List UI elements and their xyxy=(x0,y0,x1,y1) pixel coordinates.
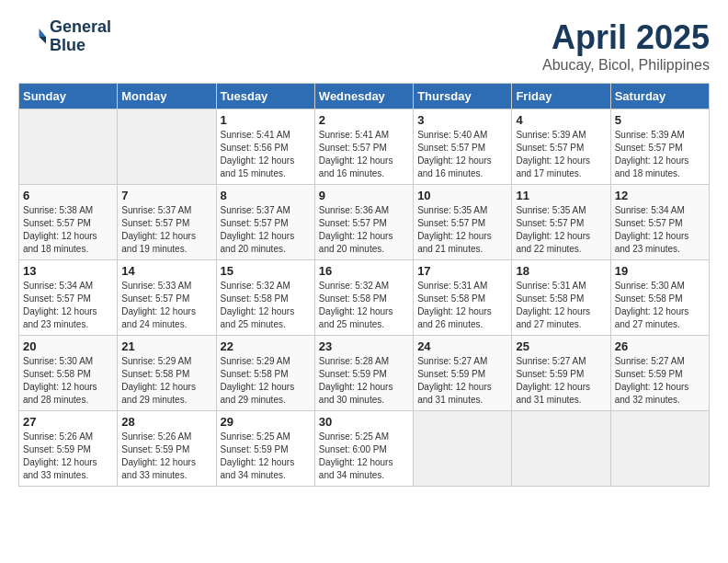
day-number: 22 xyxy=(221,339,311,353)
day-info: Sunrise: 5:35 AM Sunset: 5:57 PM Dayligh… xyxy=(516,204,606,256)
calendar-cell: 27Sunrise: 5:26 AM Sunset: 5:59 PM Dayli… xyxy=(19,411,118,487)
day-number: 12 xyxy=(615,189,705,202)
day-number: 20 xyxy=(23,339,113,353)
calendar-cell xyxy=(414,411,512,487)
calendar-cell: 20Sunrise: 5:30 AM Sunset: 5:58 PM Dayli… xyxy=(19,336,118,411)
calendar-title: April 2025 xyxy=(542,18,710,57)
day-info: Sunrise: 5:39 AM Sunset: 5:57 PM Dayligh… xyxy=(615,129,705,180)
day-info: Sunrise: 5:38 AM Sunset: 5:57 PM Dayligh… xyxy=(23,204,113,256)
calendar-cell: 10Sunrise: 5:35 AM Sunset: 5:57 PM Dayli… xyxy=(414,185,512,260)
calendar-cell: 8Sunrise: 5:37 AM Sunset: 5:57 PM Daylig… xyxy=(216,185,314,260)
calendar-cell: 15Sunrise: 5:32 AM Sunset: 5:58 PM Dayli… xyxy=(216,260,314,336)
day-info: Sunrise: 5:36 AM Sunset: 5:57 PM Dayligh… xyxy=(319,204,409,256)
day-info: Sunrise: 5:41 AM Sunset: 5:56 PM Dayligh… xyxy=(221,129,311,180)
calendar-cell: 3Sunrise: 5:40 AM Sunset: 5:57 PM Daylig… xyxy=(414,109,512,185)
day-number: 27 xyxy=(23,415,113,429)
day-info: Sunrise: 5:32 AM Sunset: 5:58 PM Dayligh… xyxy=(221,280,311,331)
calendar-cell xyxy=(512,411,610,487)
day-number: 28 xyxy=(121,415,211,429)
day-number: 2 xyxy=(319,113,409,127)
calendar-cell: 25Sunrise: 5:27 AM Sunset: 5:59 PM Dayli… xyxy=(512,336,610,411)
day-info: Sunrise: 5:37 AM Sunset: 5:57 PM Dayligh… xyxy=(221,204,311,256)
calendar-cell xyxy=(118,109,216,185)
calendar-week-row-3: 13Sunrise: 5:34 AM Sunset: 5:57 PM Dayli… xyxy=(19,260,710,336)
day-number: 17 xyxy=(417,264,507,278)
day-info: Sunrise: 5:32 AM Sunset: 5:58 PM Dayligh… xyxy=(319,280,409,331)
day-number: 25 xyxy=(516,339,606,353)
calendar-cell: 19Sunrise: 5:30 AM Sunset: 5:58 PM Dayli… xyxy=(610,260,709,336)
page-header: General Blue April 2025 Abucay, Bicol, P… xyxy=(18,18,710,74)
day-number: 13 xyxy=(23,264,113,278)
calendar-cell: 16Sunrise: 5:32 AM Sunset: 5:58 PM Dayli… xyxy=(314,260,413,336)
weekday-header-friday: Friday xyxy=(512,84,610,109)
calendar-title-area: April 2025 Abucay, Bicol, Philippines xyxy=(542,18,710,74)
calendar-cell: 12Sunrise: 5:34 AM Sunset: 5:57 PM Dayli… xyxy=(610,185,709,260)
weekday-header-thursday: Thursday xyxy=(414,84,512,109)
day-number: 18 xyxy=(516,264,606,278)
calendar-cell: 22Sunrise: 5:29 AM Sunset: 5:58 PM Dayli… xyxy=(216,336,314,411)
day-info: Sunrise: 5:25 AM Sunset: 6:00 PM Dayligh… xyxy=(319,431,409,482)
calendar-cell: 14Sunrise: 5:33 AM Sunset: 5:57 PM Dayli… xyxy=(118,260,216,336)
calendar-cell: 6Sunrise: 5:38 AM Sunset: 5:57 PM Daylig… xyxy=(19,185,118,260)
calendar-cell: 7Sunrise: 5:37 AM Sunset: 5:57 PM Daylig… xyxy=(118,185,216,260)
day-info: Sunrise: 5:26 AM Sunset: 5:59 PM Dayligh… xyxy=(121,431,211,482)
calendar-table: SundayMondayTuesdayWednesdayThursdayFrid… xyxy=(18,83,710,487)
day-info: Sunrise: 5:31 AM Sunset: 5:58 PM Dayligh… xyxy=(516,280,606,331)
day-number: 1 xyxy=(221,113,311,127)
svg-marker-0 xyxy=(40,29,47,37)
day-number: 5 xyxy=(615,113,705,127)
calendar-week-row-4: 20Sunrise: 5:30 AM Sunset: 5:58 PM Dayli… xyxy=(19,336,710,411)
day-info: Sunrise: 5:40 AM Sunset: 5:57 PM Dayligh… xyxy=(417,129,507,180)
day-number: 9 xyxy=(319,189,409,202)
calendar-cell: 29Sunrise: 5:25 AM Sunset: 5:59 PM Dayli… xyxy=(216,411,314,487)
day-number: 3 xyxy=(417,113,507,127)
calendar-cell: 23Sunrise: 5:28 AM Sunset: 5:59 PM Dayli… xyxy=(314,336,413,411)
calendar-week-row-2: 6Sunrise: 5:38 AM Sunset: 5:57 PM Daylig… xyxy=(19,185,710,260)
day-number: 11 xyxy=(516,189,606,202)
day-number: 8 xyxy=(221,189,311,202)
calendar-week-row-5: 27Sunrise: 5:26 AM Sunset: 5:59 PM Dayli… xyxy=(19,411,710,487)
day-info: Sunrise: 5:26 AM Sunset: 5:59 PM Dayligh… xyxy=(23,431,113,482)
day-number: 16 xyxy=(319,264,409,278)
weekday-header-monday: Monday xyxy=(118,84,216,109)
day-info: Sunrise: 5:34 AM Sunset: 5:57 PM Dayligh… xyxy=(615,204,705,256)
day-number: 19 xyxy=(615,264,705,278)
day-info: Sunrise: 5:29 AM Sunset: 5:58 PM Dayligh… xyxy=(221,355,311,407)
day-info: Sunrise: 5:27 AM Sunset: 5:59 PM Dayligh… xyxy=(516,355,606,407)
day-number: 21 xyxy=(121,339,211,353)
calendar-cell: 18Sunrise: 5:31 AM Sunset: 5:58 PM Dayli… xyxy=(512,260,610,336)
day-number: 26 xyxy=(615,339,705,353)
day-number: 23 xyxy=(319,339,409,353)
day-info: Sunrise: 5:28 AM Sunset: 5:59 PM Dayligh… xyxy=(319,355,409,407)
day-info: Sunrise: 5:35 AM Sunset: 5:57 PM Dayligh… xyxy=(417,204,507,256)
calendar-cell: 24Sunrise: 5:27 AM Sunset: 5:59 PM Dayli… xyxy=(414,336,512,411)
day-number: 10 xyxy=(417,189,507,202)
calendar-cell: 26Sunrise: 5:27 AM Sunset: 5:59 PM Dayli… xyxy=(610,336,709,411)
calendar-cell: 2Sunrise: 5:41 AM Sunset: 5:57 PM Daylig… xyxy=(314,109,413,185)
day-info: Sunrise: 5:30 AM Sunset: 5:58 PM Dayligh… xyxy=(23,355,113,407)
weekday-header-row: SundayMondayTuesdayWednesdayThursdayFrid… xyxy=(19,84,710,109)
day-info: Sunrise: 5:25 AM Sunset: 5:59 PM Dayligh… xyxy=(221,431,311,482)
day-info: Sunrise: 5:31 AM Sunset: 5:58 PM Dayligh… xyxy=(417,280,507,331)
day-number: 4 xyxy=(516,113,606,127)
day-number: 14 xyxy=(121,264,211,278)
day-number: 15 xyxy=(221,264,311,278)
weekday-header-tuesday: Tuesday xyxy=(216,84,314,109)
calendar-cell xyxy=(610,411,709,487)
calendar-cell: 28Sunrise: 5:26 AM Sunset: 5:59 PM Dayli… xyxy=(118,411,216,487)
calendar-cell: 13Sunrise: 5:34 AM Sunset: 5:57 PM Dayli… xyxy=(19,260,118,336)
calendar-cell: 30Sunrise: 5:25 AM Sunset: 6:00 PM Dayli… xyxy=(314,411,413,487)
day-info: Sunrise: 5:27 AM Sunset: 5:59 PM Dayligh… xyxy=(417,355,507,407)
day-info: Sunrise: 5:39 AM Sunset: 5:57 PM Dayligh… xyxy=(516,129,606,180)
day-info: Sunrise: 5:29 AM Sunset: 5:58 PM Dayligh… xyxy=(121,355,211,407)
weekday-header-wednesday: Wednesday xyxy=(314,84,413,109)
day-info: Sunrise: 5:33 AM Sunset: 5:57 PM Dayligh… xyxy=(121,280,211,331)
day-info: Sunrise: 5:34 AM Sunset: 5:57 PM Dayligh… xyxy=(23,280,113,331)
day-number: 29 xyxy=(221,415,311,429)
calendar-cell xyxy=(19,109,118,185)
calendar-cell: 4Sunrise: 5:39 AM Sunset: 5:57 PM Daylig… xyxy=(512,109,610,185)
calendar-cell: 1Sunrise: 5:41 AM Sunset: 5:56 PM Daylig… xyxy=(216,109,314,185)
weekday-header-sunday: Sunday xyxy=(19,84,118,109)
day-info: Sunrise: 5:37 AM Sunset: 5:57 PM Dayligh… xyxy=(121,204,211,256)
day-number: 6 xyxy=(23,189,113,202)
